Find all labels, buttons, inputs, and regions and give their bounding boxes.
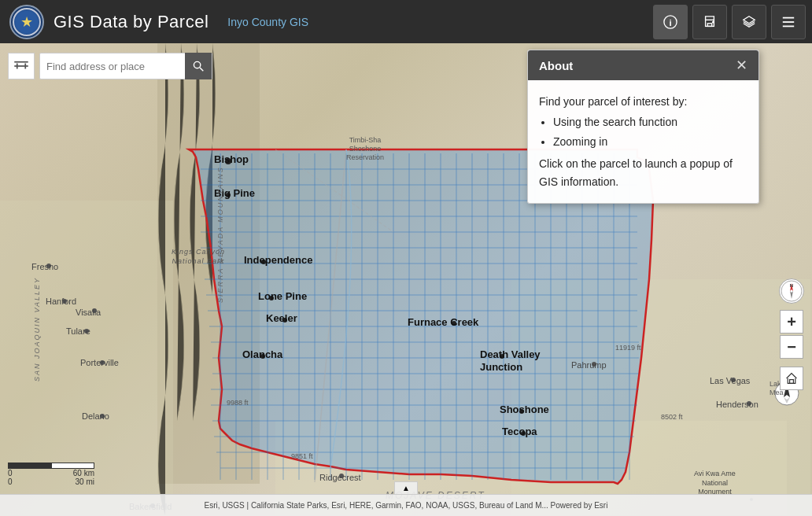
search-button[interactable] — [185, 53, 212, 79]
svg-text:N: N — [790, 283, 793, 288]
about-intro: Find your parcel of interest by: — [539, 93, 747, 110]
search-box — [39, 53, 212, 79]
info-button[interactable]: i — [653, 5, 688, 39]
county-gis-link[interactable]: Inyo County GIS — [227, 16, 308, 28]
about-bullet-2: Zooming in — [553, 133, 747, 150]
scale-segment — [8, 463, 94, 469]
print-button[interactable] — [692, 5, 727, 39]
svg-rect-98 — [790, 380, 794, 384]
scale-text-mi: 0 30 mi — [8, 477, 94, 486]
layers-button[interactable] — [732, 5, 766, 39]
compass-widget[interactable]: N — [779, 278, 804, 304]
toolbar: i — [519, 0, 812, 43]
svg-rect-3 — [707, 23, 711, 26]
menu-button[interactable] — [771, 5, 806, 39]
scale-text-km: 0 60 km — [8, 469, 94, 477]
about-header: About ✕ — [528, 50, 758, 80]
attribution-text: Esri, USGS | California State Parks, Esr… — [205, 501, 608, 510]
zoom-controls: N + − — [779, 278, 804, 390]
scale-label-mi: 30 mi — [76, 477, 94, 486]
scale-label-km: 60 km — [73, 469, 94, 477]
about-bullets-list: Using the search function Zooming in — [553, 113, 747, 150]
scale-line: 0 60 km 0 30 mi — [8, 463, 94, 486]
home-button[interactable] — [780, 367, 803, 390]
attribution-toggle[interactable]: ▲ — [394, 481, 418, 494]
app-title: GIS Data by Parcel — [54, 12, 209, 32]
svg-point-4 — [713, 21, 714, 23]
toggle-button[interactable] — [8, 53, 35, 79]
svg-text:i: i — [669, 17, 671, 27]
svg-line-89 — [200, 68, 203, 71]
zoom-out-button[interactable]: − — [780, 335, 803, 359]
app-logo: ★ — [9, 5, 44, 39]
about-footer: Click on the parcel to launch a popup of… — [539, 155, 747, 190]
logo-icon: ★ — [20, 13, 33, 31]
search-input[interactable] — [46, 61, 185, 72]
about-bullet-1: Using the search function — [553, 113, 747, 131]
scale-block-2 — [51, 463, 94, 469]
about-panel: About ✕ Find your parcel of interest by:… — [527, 50, 759, 204]
map-area[interactable]: N Bishop Big Pine Independence Lone Pine… — [0, 43, 812, 516]
scale-bar: 0 60 km 0 30 mi — [8, 463, 94, 486]
about-title: About — [539, 59, 573, 72]
attribution-bar: Esri, USGS | California State Parks, Esr… — [0, 494, 812, 516]
about-body: Find your parcel of interest by: Using t… — [528, 80, 758, 203]
svg-point-88 — [194, 61, 200, 68]
app-header: ★ GIS Data by Parcel Inyo County GIS — [0, 0, 519, 43]
scale-block-1 — [8, 463, 51, 469]
zoom-in-button[interactable]: + — [780, 310, 803, 334]
about-close-button[interactable]: ✕ — [736, 58, 747, 72]
